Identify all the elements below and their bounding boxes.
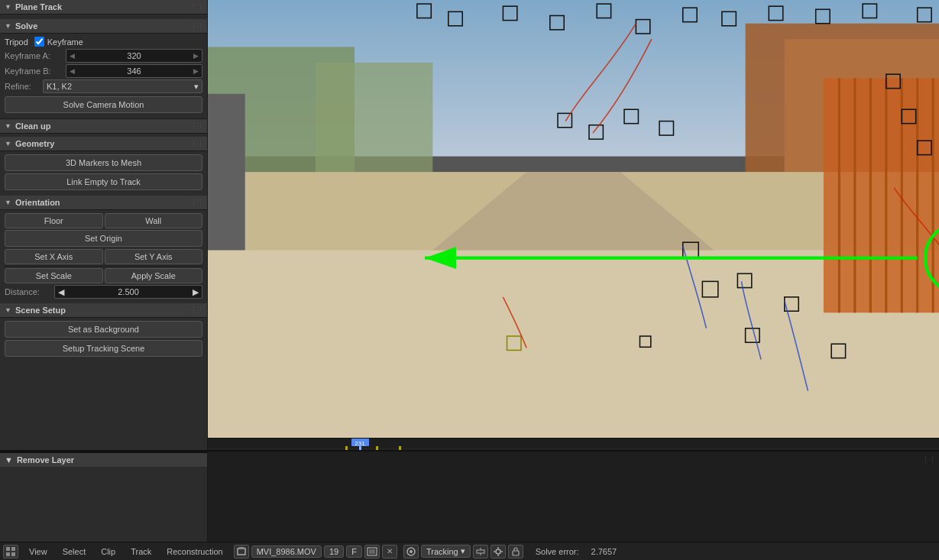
remove-layer-dots: ⋮⋮: [922, 456, 936, 464]
cleanup-header[interactable]: ▼ Clean up ⋮⋮: [0, 118, 207, 134]
distance-left-arrow: ◀: [58, 287, 64, 297]
remove-layer-header[interactable]: ▼ Remove Layer ⋮⋮: [0, 452, 207, 467]
markers-to-mesh-button[interactable]: 3D Markers to Mesh: [5, 154, 202, 171]
svg-rect-66: [11, 547, 15, 551]
solve-header[interactable]: ▼ Solve ⋮⋮: [0, 19, 207, 34]
wall-button[interactable]: Wall: [105, 213, 203, 228]
render-icon-btn[interactable]: [364, 545, 380, 558]
scene-setup-header[interactable]: ▼ Scene Setup ⋮⋮: [0, 303, 207, 318]
scene-setup-dots: ⋮⋮: [190, 306, 204, 314]
tracking-extra-icon[interactable]: [473, 545, 488, 558]
set-scale-button[interactable]: Set Scale: [5, 268, 103, 283]
cleanup-dots: ⋮⋮: [190, 122, 204, 130]
geometry-content: 3D Markers to Mesh Link Empty to Track: [0, 151, 207, 196]
bottom-sidebar: ▼ Remove Layer ⋮⋮: [0, 452, 208, 542]
cleanup-label: Clean up: [15, 121, 50, 131]
clip-icon-btn[interactable]: [234, 545, 249, 558]
geometry-label: Geometry: [15, 139, 54, 148]
solve-label: Solve: [15, 21, 37, 31]
refine-label: Refine:: [5, 82, 43, 91]
track-menu[interactable]: Track: [126, 545, 156, 558]
tracking-label: Tracking: [426, 547, 458, 556]
settings-icon-btn[interactable]: [491, 545, 506, 558]
kfb-right-arrow: ▶: [193, 67, 199, 75]
cleanup-arrow: ▼: [5, 122, 11, 130]
keyframe-b-label: Keyframe B:: [5, 66, 66, 76]
apply-scale-button[interactable]: Apply Scale: [105, 268, 203, 283]
keyframe-b-input[interactable]: ◀ 346 ▶: [66, 64, 202, 78]
status-bar: View Select Clip Track Reconstruction MV…: [0, 542, 939, 560]
solve-dots: ⋮⋮: [190, 22, 204, 30]
reconstruction-menu[interactable]: Reconstruction: [162, 545, 227, 558]
lock-icon-btn[interactable]: [508, 545, 523, 558]
plane-track-label: Plane Track: [15, 2, 62, 11]
svg-rect-8: [208, 94, 245, 251]
bottom-main: [208, 452, 939, 542]
floor-button[interactable]: Floor: [5, 213, 103, 228]
svg-point-74: [410, 550, 413, 553]
keyframe-checkbox-label[interactable]: Keyframe: [34, 37, 83, 47]
keyframe-checkbox[interactable]: [34, 37, 44, 47]
tracking-controls: Tracking ▾: [403, 545, 523, 558]
svg-rect-65: [6, 547, 10, 551]
set-origin-button[interactable]: Set Origin: [5, 230, 202, 247]
distance-input[interactable]: ◀ 2.500 ▶: [54, 285, 202, 299]
solve-arrow: ▼: [5, 22, 11, 30]
keyframe-a-value: 320: [127, 51, 141, 60]
tripod-row: Tripod Keyframe: [5, 37, 202, 47]
video-canvas[interactable]: [208, 0, 939, 438]
scene-setup-arrow: ▼: [5, 306, 11, 314]
frame-info[interactable]: 19: [324, 545, 344, 558]
close-icon-btn[interactable]: ✕: [382, 545, 397, 558]
orientation-header[interactable]: ▼ Orientation ⋮⋮: [0, 196, 207, 210]
svg-rect-2: [316, 63, 432, 188]
refine-select[interactable]: K1, K2 ▾: [43, 79, 202, 93]
kfa-left-arrow: ◀: [70, 52, 75, 60]
svg-marker-70: [238, 547, 245, 549]
svg-rect-69: [238, 549, 245, 555]
tripod-label: Tripod: [5, 37, 28, 47]
main-area: ▼ Plane Track ⋮⋮ ▼ Solve ⋮⋮ Tripod Keyfr…: [0, 0, 939, 450]
tracking-mode-svg: [406, 546, 416, 557]
keyframe-a-row: Keyframe A: ◀ 320 ▶: [5, 49, 202, 63]
filename: MVI_8986.MOV: [257, 547, 316, 556]
view-menu[interactable]: View: [24, 545, 52, 558]
svg-rect-60: [376, 446, 378, 451]
solve-camera-motion-button[interactable]: Solve Camera Motion: [5, 96, 202, 113]
set-x-axis-button[interactable]: Set X Axis: [5, 249, 103, 264]
frame-label[interactable]: F: [346, 545, 362, 558]
geometry-header[interactable]: ▼ Geometry ⋮⋮: [0, 137, 207, 151]
clip-menu[interactable]: Clip: [96, 545, 120, 558]
select-menu[interactable]: Select: [58, 545, 91, 558]
scale-row: Set Scale Apply Scale: [5, 268, 202, 283]
svg-rect-58: [208, 448, 939, 450]
kfa-right-arrow: ▶: [193, 52, 199, 60]
scene-setup-label: Scene Setup: [15, 306, 66, 315]
kfb-left-arrow: ◀: [70, 67, 75, 75]
refine-chevron: ▾: [194, 82, 199, 92]
tracking-button[interactable]: Tracking ▾: [421, 545, 471, 558]
settings-icon: [493, 546, 503, 557]
solve-content: Tripod Keyframe Keyframe A: ◀ 320 ▶ Keyf…: [0, 34, 207, 118]
svg-rect-67: [6, 552, 10, 556]
separator: [5, 266, 202, 267]
mode-icon-btn[interactable]: [3, 545, 18, 558]
geometry-dots: ⋮⋮: [190, 140, 204, 147]
timeline-bar[interactable]: 231: [208, 438, 939, 450]
tracking-mode-icon[interactable]: [403, 545, 419, 558]
set-as-background-button[interactable]: Set as Background: [5, 321, 202, 338]
svg-rect-72: [369, 549, 375, 554]
setup-tracking-scene-button[interactable]: Setup Tracking Scene: [5, 340, 202, 357]
svg-rect-75: [477, 550, 484, 553]
frame-f: F: [351, 547, 357, 556]
keyframe-b-row: Keyframe B: ◀ 346 ▶: [5, 64, 202, 78]
plane-track-header[interactable]: ▼ Plane Track ⋮⋮: [0, 0, 207, 15]
sidebar: ▼ Plane Track ⋮⋮ ▼ Solve ⋮⋮ Tripod Keyfr…: [0, 0, 208, 450]
distance-row: Distance: ◀ 2.500 ▶: [5, 285, 202, 299]
solve-error-label: Solve error:: [536, 547, 579, 556]
link-empty-to-track-button[interactable]: Link Empty to Track: [5, 173, 202, 190]
set-y-axis-button[interactable]: Set Y Axis: [105, 249, 203, 264]
svg-rect-59: [345, 446, 348, 451]
axis-row: Set X Axis Set Y Axis: [5, 249, 202, 264]
keyframe-a-input[interactable]: ◀ 320 ▶: [66, 49, 202, 63]
